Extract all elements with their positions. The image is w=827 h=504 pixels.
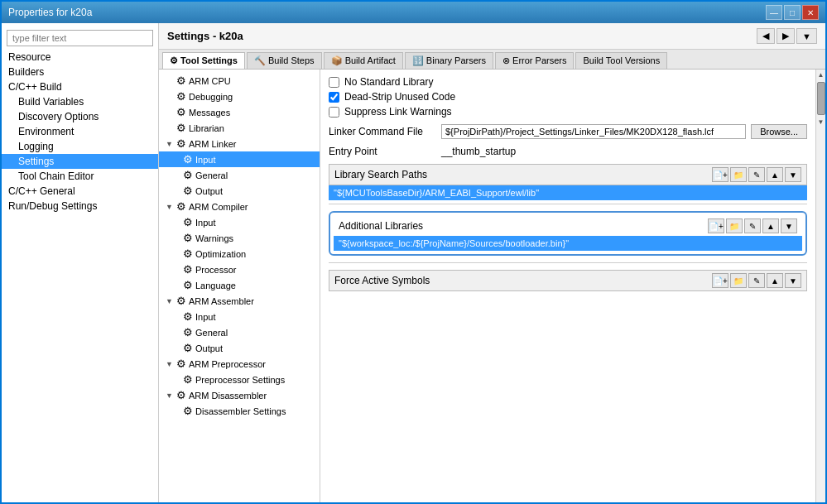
nav-item-c-cpp-general[interactable]: C/C++ General bbox=[2, 184, 158, 199]
edit-icon: ✎ bbox=[753, 170, 760, 180]
st-messages[interactable]: ⚙ Messages bbox=[159, 104, 320, 120]
st-general[interactable]: ⚙ General bbox=[159, 167, 320, 183]
nav-dropdown-button[interactable]: ▼ bbox=[796, 28, 817, 44]
st-librarian[interactable]: ⚙ Librarian bbox=[159, 120, 320, 136]
st-arm-assembler[interactable]: ▼ ⚙ ARM Assembler bbox=[159, 293, 320, 309]
st-optimization[interactable]: ⚙ Optimization bbox=[159, 246, 320, 262]
force-up-btn[interactable]: ▲ bbox=[767, 273, 783, 288]
right-panel: Settings - k20a ◀ ▶ ▼ ⚙ Tool Settings 🔨 … bbox=[159, 23, 825, 502]
arm-linker-icon: ⚙ bbox=[176, 137, 186, 150]
nav-item-tool-chain-editor[interactable]: Tool Chain Editor bbox=[2, 169, 158, 184]
st-preprocessor-settings[interactable]: ⚙ Preprocessor Settings bbox=[159, 372, 320, 387]
no-std-lib-checkbox[interactable] bbox=[329, 77, 339, 88]
entry-point-label: Entry Point bbox=[329, 146, 436, 157]
warnings-icon: ⚙ bbox=[183, 232, 193, 244]
scrollbar-thumb[interactable] bbox=[817, 82, 825, 115]
st-label-processor: Processor bbox=[195, 265, 237, 275]
st-arm-linker[interactable]: ▼ ⚙ ARM Linker bbox=[159, 136, 320, 151]
messages-icon: ⚙ bbox=[176, 106, 186, 118]
dead-strip-checkbox[interactable] bbox=[329, 92, 339, 103]
addlib-up-btn[interactable]: ▲ bbox=[762, 218, 779, 233]
library-search-paths-toolbar: 📄+ 📁 ✎ ▲ bbox=[712, 167, 801, 182]
tab-tool-settings[interactable]: ⚙ Tool Settings bbox=[162, 52, 245, 69]
tab-build-steps[interactable]: 🔨 Build Steps bbox=[247, 52, 322, 69]
tab-build-artifact[interactable]: 📦 Build Artifact bbox=[324, 52, 403, 69]
force-add-file-btn[interactable]: 📁 bbox=[730, 273, 747, 288]
suppress-link-warn-row: Suppress Link Warnings bbox=[329, 106, 807, 118]
force-add-btn[interactable]: 📄+ bbox=[712, 273, 728, 288]
nav-item-run-debug-settings[interactable]: Run/Debug Settings bbox=[2, 199, 158, 214]
nav-item-environment[interactable]: Environment bbox=[2, 124, 158, 139]
input-icon: ⚙ bbox=[183, 153, 193, 166]
lib-edit-btn[interactable]: ✎ bbox=[748, 167, 765, 182]
st-processor[interactable]: ⚙ Processor bbox=[159, 262, 320, 277]
arm-assembler-icon: ⚙ bbox=[176, 295, 186, 307]
settings-main-panel: No Standard Library Dead-Strip Unused Co… bbox=[320, 70, 815, 502]
nav-item-discovery-options[interactable]: Discovery Options bbox=[2, 109, 158, 124]
st-label-optimization: Optimization bbox=[195, 249, 246, 259]
filter-input[interactable] bbox=[7, 30, 153, 46]
tab-binary-parsers[interactable]: 🔢 Binary Parsers bbox=[405, 52, 493, 69]
lib-path-item-1[interactable]: "${MCUToolsBaseDir}/ARM_EABI_Support/ewl… bbox=[329, 185, 807, 200]
settings-tree: ⚙ ARM CPU ⚙ Debugging ⚙ Messages bbox=[159, 70, 320, 502]
lib-up-btn[interactable]: ▲ bbox=[767, 167, 783, 182]
addlib-down-btn[interactable]: ▼ bbox=[781, 218, 797, 233]
tab-error-parsers[interactable]: ⊗ Error Parsers bbox=[495, 52, 574, 69]
nav-item-settings[interactable]: Settings bbox=[2, 154, 158, 169]
additional-libraries-wrapper: Additional Libraries 📄+ 📁 ✎ bbox=[329, 211, 807, 256]
st-arm-compiler[interactable]: ▼ ⚙ ARM Compiler bbox=[159, 199, 320, 214]
processor-icon: ⚙ bbox=[183, 263, 193, 276]
nav-item-resource[interactable]: Resource bbox=[2, 50, 158, 65]
language-icon: ⚙ bbox=[183, 279, 193, 291]
nav-item-build-variables[interactable]: Build Variables bbox=[2, 94, 158, 109]
tab-build-tool-versions[interactable]: Build Tool Versions bbox=[575, 52, 667, 69]
arm-disassembler-expand-icon: ▼ bbox=[166, 391, 174, 400]
arm-preprocessor-expand-icon: ▼ bbox=[166, 360, 174, 368]
settings-content: ⚙ ARM CPU ⚙ Debugging ⚙ Messages bbox=[159, 70, 825, 502]
nav-forward-button[interactable]: ▶ bbox=[777, 28, 795, 44]
st-label-warnings: Warnings bbox=[195, 233, 233, 243]
suppress-link-warn-checkbox[interactable] bbox=[329, 107, 339, 118]
lib-down-btn[interactable]: ▼ bbox=[785, 167, 801, 182]
nav-buttons: ◀ ▶ ▼ bbox=[757, 28, 817, 44]
st-output2[interactable]: ⚙ Output bbox=[159, 340, 320, 356]
st-general2[interactable]: ⚙ General bbox=[159, 324, 320, 340]
addlib-edit-btn[interactable]: ✎ bbox=[744, 218, 761, 233]
st-input[interactable]: ⚙ Input bbox=[159, 151, 320, 167]
st-arm-preprocessor[interactable]: ▼ ⚙ ARM Preprocessor bbox=[159, 356, 320, 372]
browse-button[interactable]: Browse... bbox=[751, 124, 807, 139]
window-title: Properties for k20a bbox=[8, 7, 92, 18]
nav-back-button[interactable]: ◀ bbox=[757, 28, 775, 44]
scroll-down-arrow[interactable]: ▼ bbox=[816, 117, 825, 127]
nav-item-builders[interactable]: Builders bbox=[2, 65, 158, 79]
additional-lib-item-1[interactable]: "${workspace_loc:/${ProjName}/Sources/bo… bbox=[334, 236, 802, 251]
properties-window: Properties for k20a — □ ✕ Resource Build… bbox=[0, 0, 827, 504]
linker-cmd-input[interactable] bbox=[441, 124, 746, 139]
library-search-paths-label: Library Search Paths bbox=[334, 169, 427, 180]
addlib-add-btn[interactable]: 📄+ bbox=[708, 218, 724, 233]
st-warnings[interactable]: ⚙ Warnings bbox=[159, 230, 320, 246]
force-edit-btn[interactable]: ✎ bbox=[748, 273, 765, 288]
nav-item-c-cpp-build[interactable]: C/C++ Build bbox=[2, 79, 158, 94]
nav-item-logging[interactable]: Logging bbox=[2, 139, 158, 154]
force-down-btn[interactable]: ▼ bbox=[785, 273, 801, 288]
st-input3[interactable]: ⚙ Input bbox=[159, 309, 320, 324]
linker-cmd-row: Linker Command File Browse... bbox=[329, 124, 807, 139]
st-arm-disassembler[interactable]: ▼ ⚙ ARM Disassembler bbox=[159, 387, 320, 403]
maximize-button[interactable]: □ bbox=[784, 5, 801, 20]
lib-add-file-btn[interactable]: 📁 bbox=[730, 167, 747, 182]
st-disassembler-settings[interactable]: ⚙ Disassembler Settings bbox=[159, 403, 320, 419]
panel-title: Settings - k20a bbox=[167, 30, 243, 42]
st-debugging[interactable]: ⚙ Debugging bbox=[159, 89, 320, 104]
minimize-button[interactable]: — bbox=[766, 5, 782, 20]
st-output[interactable]: ⚙ Output bbox=[159, 183, 320, 199]
st-arm-cpu[interactable]: ⚙ ARM CPU bbox=[159, 73, 320, 89]
st-input2[interactable]: ⚙ Input bbox=[159, 214, 320, 230]
close-button[interactable]: ✕ bbox=[802, 5, 819, 20]
lib-add-btn[interactable]: 📄+ bbox=[712, 167, 728, 182]
addlib-add-file-btn[interactable]: 📁 bbox=[726, 218, 743, 233]
st-language[interactable]: ⚙ Language bbox=[159, 277, 320, 293]
suppress-link-warn-label: Suppress Link Warnings bbox=[344, 106, 452, 118]
scroll-up-arrow[interactable]: ▲ bbox=[816, 70, 825, 80]
st-label-input: Input bbox=[195, 155, 215, 165]
